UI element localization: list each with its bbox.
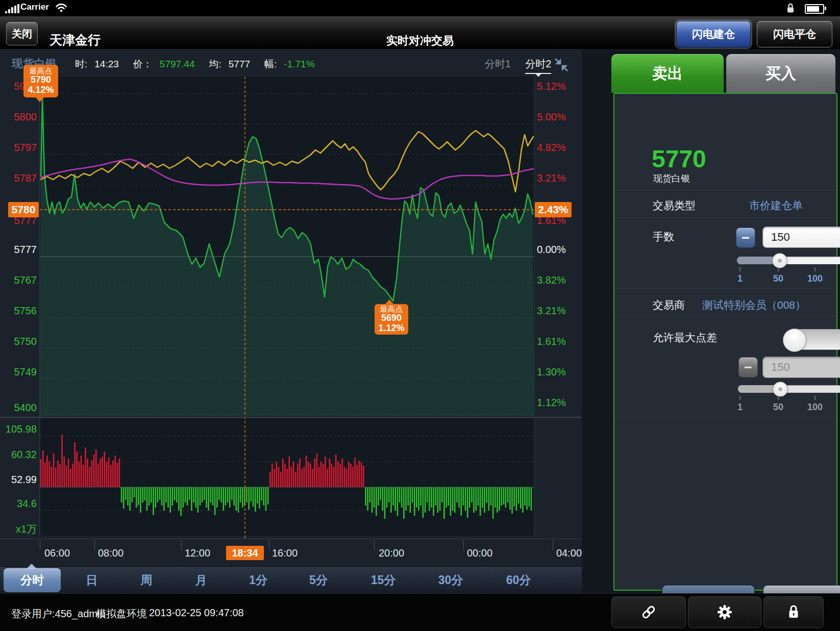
carrier-label: Carrier	[20, 2, 49, 12]
divider	[614, 317, 836, 317]
crosshair-time-badge: 18:34	[226, 546, 264, 560]
axis-label: 105.98	[1, 423, 37, 435]
period-tab[interactable]: 1分	[243, 567, 274, 594]
period-tab[interactable]: 日	[80, 567, 104, 594]
period-tab[interactable]: 周	[135, 567, 159, 594]
toggle-knob[interactable]	[783, 329, 806, 352]
quote-info-line: 现货白银 时:14:23价：5797.44均:5777幅:-1.71% 分时1 …	[0, 53, 582, 71]
environment-label: 模拟盘环境	[96, 607, 147, 621]
time-tick	[181, 540, 182, 550]
slider-tick-label: 1	[737, 273, 743, 284]
max-spread-toggle[interactable]	[783, 329, 840, 350]
quote-symbol: 现货白银	[653, 172, 690, 185]
axis-label: 52.99	[1, 474, 37, 486]
period-tab[interactable]: 15分	[365, 567, 402, 594]
lots-minus-button[interactable]: −	[736, 228, 755, 248]
time-label: 00:00	[467, 547, 492, 559]
axis-label: 5400	[1, 402, 37, 414]
quote-metrics: 时:14:23价：5797.44均:5777幅:-1.71%	[75, 58, 329, 71]
axis-label: 5.00%	[537, 111, 566, 123]
divider	[614, 190, 836, 191]
trade-panel: 卖出 买入 5770 现货白银 交易类型 市价建仓单 手数 − + 150100…	[582, 49, 840, 593]
spread-input[interactable]	[762, 357, 840, 378]
period-tab[interactable]: 60分	[500, 567, 537, 594]
slider-tick-label: 100	[807, 402, 823, 413]
spread-minus-button[interactable]: −	[738, 357, 758, 377]
axis-label: 0.00%	[537, 244, 566, 256]
period-tab[interactable]: 5分	[303, 567, 334, 594]
period-tab[interactable]: 月	[189, 567, 213, 594]
trade-type-value[interactable]: 市价建仓单	[749, 198, 803, 213]
axis-label: 3.21%	[537, 172, 566, 184]
divider	[614, 218, 836, 219]
active-tab-arrow-icon	[27, 564, 36, 568]
lock-button[interactable]	[763, 596, 824, 628]
quote-metric: 幅:-1.71%	[264, 59, 322, 69]
broker-label: 交易商	[653, 298, 685, 312]
time-tick	[553, 540, 553, 550]
collapse-chart-icon[interactable]	[554, 57, 569, 72]
time-label: 20:00	[379, 547, 404, 559]
axis-label: 5777	[1, 244, 37, 256]
divider	[614, 417, 836, 418]
broker-value[interactable]: 测试特别会员（008）	[702, 298, 806, 312]
lock-icon	[787, 604, 800, 620]
quote-price: 5770	[652, 145, 706, 173]
lots-input[interactable]	[762, 226, 840, 248]
axis-label: x1万	[1, 522, 37, 536]
period-tab-active[interactable]: 分时	[4, 568, 61, 592]
link-button[interactable]	[611, 596, 686, 628]
spread-slider-knob[interactable]	[773, 382, 788, 397]
quote-metric: 价：5797.44	[133, 59, 202, 69]
slider-tick-label: 50	[773, 273, 783, 284]
lock-status-icon	[786, 3, 795, 14]
slider-tick-label: 50	[773, 402, 783, 413]
axis-label: 5750	[1, 336, 37, 347]
current-percent-badge: 2.43%	[535, 202, 572, 217]
time-tick	[40, 540, 40, 550]
flash-open-button[interactable]: 闪电建仓	[676, 21, 751, 47]
slider-tick	[739, 267, 740, 271]
current-price-badge: 5780	[8, 202, 39, 217]
price-volume-chart[interactable]	[0, 77, 582, 539]
time-tick	[94, 540, 95, 550]
lots-slider[interactable]	[737, 257, 840, 264]
settings-button[interactable]	[688, 596, 761, 628]
chart-mode-tabs: 分时1 分时2	[485, 57, 551, 74]
slider-tick	[814, 267, 816, 271]
time-label: 12:00	[185, 547, 210, 559]
order-form: 5770 现货白银 交易类型 市价建仓单 手数 − + 150100150 交易…	[613, 93, 837, 591]
slider-tick-label: 1	[737, 402, 743, 413]
period-tab[interactable]: 30分	[432, 567, 470, 594]
time-label: 16:00	[272, 547, 298, 559]
axis-label: 1.61%	[537, 336, 566, 347]
login-user-label: 登录用户:456_admin	[11, 607, 106, 621]
axis-label: 1.12%	[537, 397, 566, 409]
spread-slider[interactable]	[738, 385, 840, 393]
signal-strength-icon	[5, 4, 19, 13]
axis-label: 5.12%	[537, 81, 566, 92]
status-bar: Carrier	[0, 0, 840, 16]
link-icon	[640, 604, 657, 620]
tab-fenshi1[interactable]: 分时1	[485, 57, 511, 74]
axis-label: 1.30%	[537, 366, 566, 378]
period-tab-bar: 分时日周月1分5分15分30分60分	[0, 566, 582, 594]
time-tick	[463, 540, 464, 550]
trading-app: Carrier 关闭 天津金行 实时对冲交易 闪电建仓 闪电平仓 现货白银 时:…	[0, 0, 840, 631]
time-tick	[269, 540, 269, 550]
datetime-label: 2013-02-25 09:47:08	[149, 607, 244, 619]
nav-bar: 关闭 天津金行 实时对冲交易 闪电建仓 闪电平仓	[0, 16, 840, 49]
slider-tick	[814, 396, 816, 400]
axis-label: 34.6	[1, 498, 37, 510]
sell-tab[interactable]: 卖出	[611, 54, 724, 93]
wifi-icon	[55, 3, 67, 12]
buy-tab[interactable]: 买入	[726, 54, 835, 93]
time-axis: 06:0008:0012:0016:0020:0000:0004:0018:34	[0, 539, 582, 567]
footer-bar: 登录用户:456_admin 模拟盘环境 2013-02-25 09:47:08	[0, 593, 840, 631]
tab-fenshi2[interactable]: 分时2	[525, 57, 551, 74]
flash-close-button[interactable]: 闪电平仓	[757, 21, 832, 47]
trade-type-label: 交易类型	[653, 198, 696, 213]
battery-icon	[805, 4, 824, 14]
slider-tick	[778, 267, 779, 271]
lots-slider-knob[interactable]	[772, 253, 787, 268]
